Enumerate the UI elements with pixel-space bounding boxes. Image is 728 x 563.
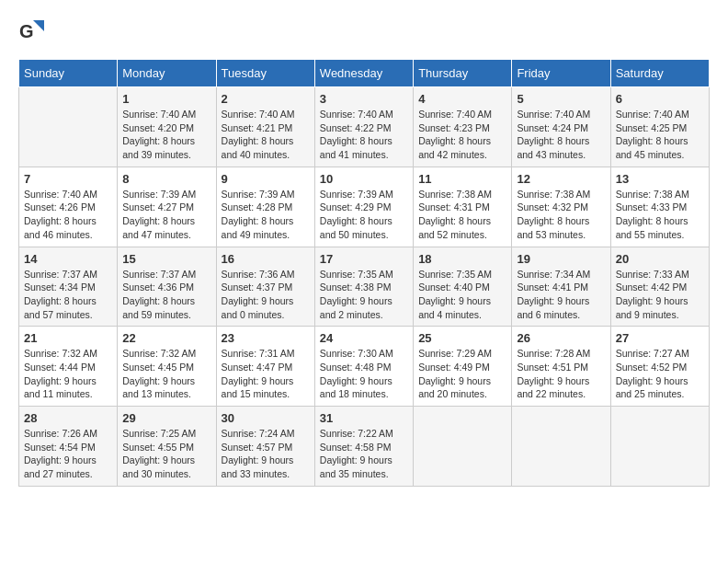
calendar-cell: 28Sunrise: 7:26 AM Sunset: 4:54 PM Dayli… (19, 407, 118, 487)
day-info: Sunrise: 7:35 AM Sunset: 4:40 PM Dayligh… (418, 268, 506, 322)
calendar-row: 28Sunrise: 7:26 AM Sunset: 4:54 PM Dayli… (19, 407, 710, 487)
calendar-cell: 8Sunrise: 7:39 AM Sunset: 4:27 PM Daylig… (118, 167, 216, 247)
calendar-cell: 11Sunrise: 7:38 AM Sunset: 4:31 PM Dayli… (414, 167, 512, 247)
day-number: 9 (222, 172, 310, 186)
weekday-header: Friday (512, 60, 610, 87)
day-number: 25 (418, 331, 506, 345)
calendar-cell: 16Sunrise: 7:36 AM Sunset: 4:37 PM Dayli… (216, 247, 314, 327)
day-number: 24 (320, 331, 408, 345)
day-number: 19 (517, 252, 605, 266)
day-info: Sunrise: 7:37 AM Sunset: 4:34 PM Dayligh… (24, 268, 112, 322)
day-number: 18 (418, 252, 506, 266)
page-header: G (18, 18, 710, 44)
day-info: Sunrise: 7:37 AM Sunset: 4:36 PM Dayligh… (122, 268, 210, 322)
calendar-cell: 19Sunrise: 7:34 AM Sunset: 4:41 PM Dayli… (512, 247, 610, 327)
calendar-row: 14Sunrise: 7:37 AM Sunset: 4:34 PM Dayli… (19, 247, 710, 327)
day-info: Sunrise: 7:38 AM Sunset: 4:31 PM Dayligh… (418, 188, 506, 242)
day-number: 29 (122, 411, 210, 425)
day-number: 4 (418, 92, 506, 106)
day-number: 5 (517, 92, 605, 106)
day-number: 13 (616, 172, 704, 186)
day-info: Sunrise: 7:40 AM Sunset: 4:21 PM Dayligh… (222, 108, 310, 162)
day-info: Sunrise: 7:36 AM Sunset: 4:37 PM Dayligh… (222, 268, 310, 322)
svg-marker-1 (33, 20, 44, 31)
day-number: 22 (122, 331, 210, 345)
calendar-cell: 2Sunrise: 7:40 AM Sunset: 4:21 PM Daylig… (216, 87, 314, 167)
calendar-cell: 23Sunrise: 7:31 AM Sunset: 4:47 PM Dayli… (216, 327, 314, 407)
day-info: Sunrise: 7:40 AM Sunset: 4:23 PM Dayligh… (418, 108, 506, 162)
calendar-cell: 13Sunrise: 7:38 AM Sunset: 4:33 PM Dayli… (610, 167, 709, 247)
calendar-row: 1Sunrise: 7:40 AM Sunset: 4:20 PM Daylig… (19, 87, 710, 167)
day-number: 28 (24, 411, 112, 425)
day-number: 16 (222, 252, 310, 266)
day-info: Sunrise: 7:40 AM Sunset: 4:26 PM Dayligh… (24, 188, 112, 242)
day-number: 21 (24, 331, 112, 345)
calendar-cell: 10Sunrise: 7:39 AM Sunset: 4:29 PM Dayli… (314, 167, 413, 247)
calendar-cell: 30Sunrise: 7:24 AM Sunset: 4:57 PM Dayli… (216, 407, 314, 487)
calendar-cell: 6Sunrise: 7:40 AM Sunset: 4:25 PM Daylig… (610, 87, 709, 167)
day-number: 17 (320, 252, 408, 266)
calendar-header: SundayMondayTuesdayWednesdayThursdayFrid… (19, 60, 710, 87)
svg-text:G: G (19, 21, 34, 41)
calendar-cell: 18Sunrise: 7:35 AM Sunset: 4:40 PM Dayli… (414, 247, 512, 327)
calendar-cell: 14Sunrise: 7:37 AM Sunset: 4:34 PM Dayli… (19, 247, 118, 327)
day-info: Sunrise: 7:39 AM Sunset: 4:29 PM Dayligh… (320, 188, 408, 242)
day-info: Sunrise: 7:34 AM Sunset: 4:41 PM Dayligh… (517, 268, 605, 322)
day-info: Sunrise: 7:38 AM Sunset: 4:32 PM Dayligh… (517, 188, 605, 242)
weekday-header: Saturday (610, 60, 709, 87)
day-info: Sunrise: 7:32 AM Sunset: 4:44 PM Dayligh… (24, 347, 112, 401)
weekday-header: Tuesday (216, 60, 314, 87)
calendar-cell: 4Sunrise: 7:40 AM Sunset: 4:23 PM Daylig… (414, 87, 512, 167)
calendar-cell: 20Sunrise: 7:33 AM Sunset: 4:42 PM Dayli… (610, 247, 709, 327)
day-number: 20 (616, 252, 704, 266)
day-number: 10 (320, 172, 408, 186)
day-info: Sunrise: 7:24 AM Sunset: 4:57 PM Dayligh… (222, 427, 310, 481)
day-info: Sunrise: 7:40 AM Sunset: 4:22 PM Dayligh… (320, 108, 408, 162)
day-info: Sunrise: 7:40 AM Sunset: 4:24 PM Dayligh… (517, 108, 605, 162)
day-number: 1 (122, 92, 210, 106)
day-number: 7 (24, 172, 112, 186)
day-number: 15 (122, 252, 210, 266)
day-info: Sunrise: 7:32 AM Sunset: 4:45 PM Dayligh… (122, 347, 210, 401)
calendar-row: 7Sunrise: 7:40 AM Sunset: 4:26 PM Daylig… (19, 167, 710, 247)
calendar-cell: 15Sunrise: 7:37 AM Sunset: 4:36 PM Dayli… (118, 247, 216, 327)
day-number: 30 (222, 411, 310, 425)
weekday-header: Sunday (19, 60, 118, 87)
day-number: 2 (222, 92, 310, 106)
day-info: Sunrise: 7:22 AM Sunset: 4:58 PM Dayligh… (320, 427, 408, 481)
day-number: 6 (616, 92, 704, 106)
day-number: 31 (320, 411, 408, 425)
day-info: Sunrise: 7:33 AM Sunset: 4:42 PM Dayligh… (616, 268, 704, 322)
day-info: Sunrise: 7:28 AM Sunset: 4:51 PM Dayligh… (517, 347, 605, 401)
day-number: 26 (517, 331, 605, 345)
calendar-cell: 7Sunrise: 7:40 AM Sunset: 4:26 PM Daylig… (19, 167, 118, 247)
calendar-cell: 1Sunrise: 7:40 AM Sunset: 4:20 PM Daylig… (118, 87, 216, 167)
calendar-body: 1Sunrise: 7:40 AM Sunset: 4:20 PM Daylig… (19, 87, 710, 487)
day-info: Sunrise: 7:25 AM Sunset: 4:55 PM Dayligh… (122, 427, 210, 481)
day-number: 8 (122, 172, 210, 186)
day-info: Sunrise: 7:39 AM Sunset: 4:27 PM Dayligh… (122, 188, 210, 242)
calendar-cell: 26Sunrise: 7:28 AM Sunset: 4:51 PM Dayli… (512, 327, 610, 407)
calendar-cell (19, 87, 118, 167)
calendar-cell: 3Sunrise: 7:40 AM Sunset: 4:22 PM Daylig… (314, 87, 413, 167)
calendar-cell (512, 407, 610, 487)
day-number: 27 (616, 331, 704, 345)
calendar-cell: 25Sunrise: 7:29 AM Sunset: 4:49 PM Dayli… (414, 327, 512, 407)
calendar-cell: 9Sunrise: 7:39 AM Sunset: 4:28 PM Daylig… (216, 167, 314, 247)
calendar-cell: 17Sunrise: 7:35 AM Sunset: 4:38 PM Dayli… (314, 247, 413, 327)
calendar-cell: 27Sunrise: 7:27 AM Sunset: 4:52 PM Dayli… (610, 327, 709, 407)
calendar-cell: 5Sunrise: 7:40 AM Sunset: 4:24 PM Daylig… (512, 87, 610, 167)
day-number: 11 (418, 172, 506, 186)
day-number: 12 (517, 172, 605, 186)
day-info: Sunrise: 7:27 AM Sunset: 4:52 PM Dayligh… (616, 347, 704, 401)
day-info: Sunrise: 7:31 AM Sunset: 4:47 PM Dayligh… (222, 347, 310, 401)
day-info: Sunrise: 7:29 AM Sunset: 4:49 PM Dayligh… (418, 347, 506, 401)
calendar-cell (414, 407, 512, 487)
day-info: Sunrise: 7:38 AM Sunset: 4:33 PM Dayligh… (616, 188, 704, 242)
calendar-cell: 21Sunrise: 7:32 AM Sunset: 4:44 PM Dayli… (19, 327, 118, 407)
day-info: Sunrise: 7:40 AM Sunset: 4:20 PM Dayligh… (122, 108, 210, 162)
weekday-header: Thursday (414, 60, 512, 87)
day-info: Sunrise: 7:35 AM Sunset: 4:38 PM Dayligh… (320, 268, 408, 322)
day-number: 23 (222, 331, 310, 345)
day-info: Sunrise: 7:40 AM Sunset: 4:25 PM Dayligh… (616, 108, 704, 162)
